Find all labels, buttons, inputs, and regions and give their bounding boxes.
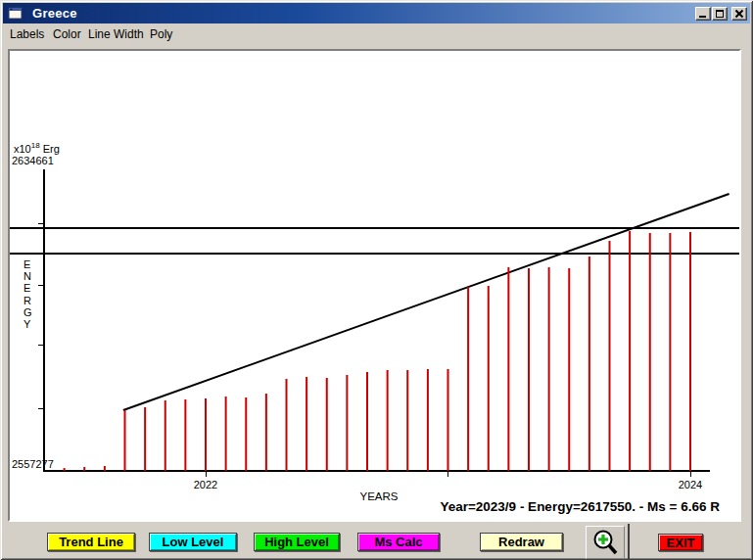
energy-bar xyxy=(528,268,530,471)
energy-bar xyxy=(467,287,469,471)
energy-bar xyxy=(184,399,186,471)
x-axis-title: YEARS xyxy=(333,490,425,502)
toolbar-separator xyxy=(628,524,630,560)
maximize-icon xyxy=(716,10,724,18)
energy-bar xyxy=(64,468,66,471)
energy-bar xyxy=(144,407,146,471)
magnifier-icon xyxy=(589,528,621,557)
energy-bar xyxy=(669,233,671,471)
energy-bar xyxy=(488,286,490,471)
energy-bar xyxy=(568,268,570,471)
y-min-label: 2557277 xyxy=(12,458,54,470)
y-unit-label: x1018 Erg xyxy=(14,140,60,155)
energy-bar xyxy=(326,378,328,471)
menu-labels[interactable]: Labels xyxy=(8,26,46,42)
energy-bar xyxy=(387,370,389,471)
selection-status-text: Year=2023/9 - Energy=2617550. - Ms = 6.6… xyxy=(440,499,720,514)
energy-bar xyxy=(507,267,509,471)
minimize-button[interactable] xyxy=(695,7,711,21)
low-level-button[interactable]: Low Level xyxy=(149,533,237,551)
trend-line xyxy=(123,194,729,410)
redraw-button[interactable]: Redraw xyxy=(480,533,563,551)
energy-bar xyxy=(588,257,590,471)
maximize-button[interactable] xyxy=(712,7,728,21)
year-tick-label: 2024 xyxy=(679,479,702,490)
high-level-button[interactable]: High Level xyxy=(254,533,340,551)
energy-chart[interactable]: 20222024 xyxy=(10,51,739,520)
close-button[interactable] xyxy=(731,7,747,21)
year-tick-label: 2022 xyxy=(194,479,217,490)
energy-bar xyxy=(306,377,307,471)
energy-bar xyxy=(548,267,550,471)
ms-calc-button[interactable]: Ms Calc xyxy=(357,533,440,551)
energy-bar xyxy=(629,231,631,471)
energy-bar xyxy=(83,467,85,471)
close-icon xyxy=(734,9,744,19)
chart-area: 20222024 x1018 Erg 2634661 2557277 ENERG… xyxy=(10,51,739,520)
zoom-tool-button[interactable] xyxy=(586,526,625,559)
menu-bar: Labels Color Line Width Poly xyxy=(3,23,750,45)
chart-panel[interactable]: 20222024 x1018 Erg 2634661 2557277 ENERG… xyxy=(8,49,741,522)
app-icon xyxy=(8,6,24,22)
energy-bar xyxy=(689,232,691,471)
y-axis-title: ENERGY xyxy=(24,258,35,330)
energy-bar xyxy=(609,241,611,471)
exit-button[interactable]: EXIT xyxy=(658,534,703,551)
energy-bar xyxy=(205,398,207,471)
energy-bar xyxy=(286,379,288,471)
energy-bar xyxy=(427,369,429,471)
y-max-label: 2634661 xyxy=(12,155,54,166)
trend-line-button[interactable]: Trend Line xyxy=(47,533,135,551)
energy-bar xyxy=(649,233,651,471)
energy-bar xyxy=(225,397,227,471)
app-window: Greece Labels Color Line Width Poly 2022… xyxy=(0,0,753,560)
energy-bar xyxy=(406,370,408,471)
energy-bar xyxy=(366,372,368,471)
energy-bar xyxy=(104,466,106,471)
window-title: Greece xyxy=(32,6,77,21)
menu-line-width[interactable]: Line Width xyxy=(86,26,146,42)
window-controls xyxy=(694,7,747,21)
menu-poly[interactable]: Poly xyxy=(148,26,174,42)
energy-bar xyxy=(124,410,126,471)
minimize-icon xyxy=(699,16,706,18)
energy-bar xyxy=(447,369,449,471)
menu-color[interactable]: Color xyxy=(51,26,83,42)
energy-bar xyxy=(165,400,166,471)
energy-bar xyxy=(245,397,247,471)
energy-bar xyxy=(346,375,348,471)
energy-bar xyxy=(265,394,267,471)
title-bar: Greece xyxy=(3,3,750,23)
